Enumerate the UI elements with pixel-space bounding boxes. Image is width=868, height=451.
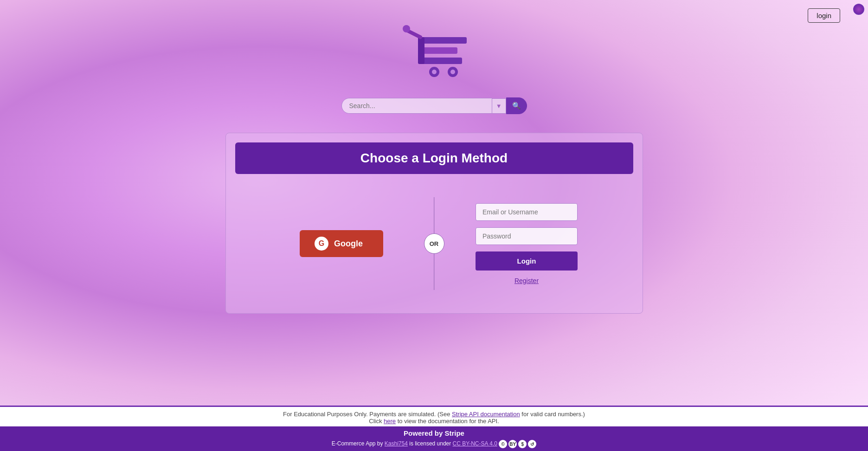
api-doc-link[interactable]: here — [384, 418, 396, 425]
google-icon: G — [315, 237, 328, 251]
email-input[interactable] — [476, 203, 578, 221]
author-link[interactable]: Kashi754 — [385, 440, 408, 447]
search-bar: ▼ 🔍 — [341, 97, 527, 114]
search-submit-button[interactable]: 🔍 — [506, 97, 527, 114]
search-input[interactable] — [341, 98, 492, 114]
login-card: Choose a Login Method G Google OR Login — [225, 133, 643, 314]
cc-icons: © BY $ ↺ — [499, 440, 536, 448]
license-mid: is licensed under — [409, 440, 452, 447]
footer-license: E-Commerce App by Kashi754 is licensed u… — [0, 440, 868, 451]
logo-container — [392, 23, 476, 84]
top-login-button[interactable]: login — [808, 8, 840, 23]
footer-notice: For Educational Purposes Only. Payments … — [0, 407, 868, 426]
credentials-section: Login Register — [448, 203, 605, 284]
license-link[interactable]: CC BY-NC-SA 4.0 — [453, 440, 497, 447]
svg-point-7 — [432, 70, 437, 74]
cc-icon-nc: $ — [518, 440, 527, 448]
footer-notice-end: for valid card numbers.) — [521, 411, 585, 418]
stripe-api-link[interactable]: Stripe API documentation — [452, 411, 520, 418]
login-header: Choose a Login Method — [235, 142, 633, 174]
top-circle-icon — [853, 4, 864, 15]
cc-icon-sa: ↺ — [528, 440, 536, 448]
register-link[interactable]: Register — [514, 277, 539, 284]
google-section: G Google — [263, 230, 420, 257]
svg-point-4 — [403, 25, 410, 32]
footer-api-doc-prefix: Click — [369, 418, 384, 425]
login-submit-button[interactable]: Login — [476, 251, 578, 271]
svg-rect-1 — [420, 47, 457, 54]
login-methods: G Google OR Login Register — [235, 193, 633, 304]
logo-svg — [392, 23, 476, 84]
or-divider: OR — [420, 197, 448, 290]
or-label: OR — [424, 233, 444, 254]
cc-icon-cc: © — [499, 440, 507, 448]
footer-powered: Powered by Stripe — [0, 426, 868, 440]
footer-notice-text: For Educational Purposes Only. Payments … — [283, 411, 452, 418]
footer-api-doc-suffix: to view the documentation for the API. — [398, 418, 499, 425]
cc-icon-by: BY — [508, 440, 517, 448]
svg-rect-3 — [418, 37, 424, 64]
google-button-label: Google — [334, 239, 363, 249]
footer: For Educational Purposes Only. Payments … — [0, 406, 868, 451]
svg-point-8 — [450, 70, 455, 74]
google-login-button[interactable]: G Google — [300, 230, 383, 257]
svg-rect-0 — [420, 37, 467, 44]
password-input[interactable] — [476, 227, 578, 245]
login-header-text: Choose a Login Method — [360, 151, 508, 165]
svg-rect-2 — [420, 58, 462, 64]
powered-text: Powered by Stripe — [404, 429, 464, 437]
search-icon: 🔍 — [512, 102, 521, 110]
license-prefix: E-Commerce App by — [332, 440, 385, 447]
filter-icon: ▼ — [496, 103, 502, 110]
search-filter-button[interactable]: ▼ — [492, 98, 506, 114]
